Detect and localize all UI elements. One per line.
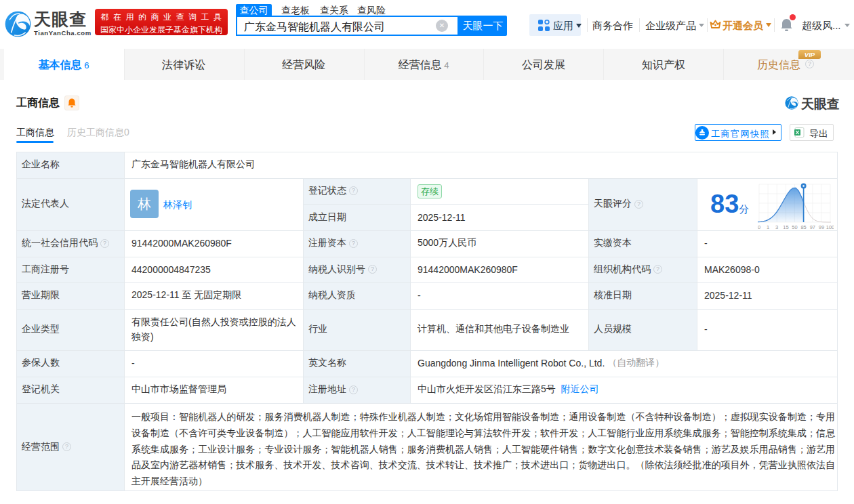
- svg-text:100: 100: [826, 224, 834, 230]
- svg-text:85: 85: [800, 224, 806, 230]
- svg-text:0: 0: [758, 224, 760, 230]
- svg-text:97: 97: [810, 224, 815, 230]
- svg-text:99: 99: [819, 224, 824, 230]
- svg-text:1: 1: [767, 224, 769, 230]
- svg-text:15: 15: [783, 224, 788, 230]
- svg-text:3: 3: [775, 224, 778, 230]
- svg-text:50: 50: [792, 224, 797, 230]
